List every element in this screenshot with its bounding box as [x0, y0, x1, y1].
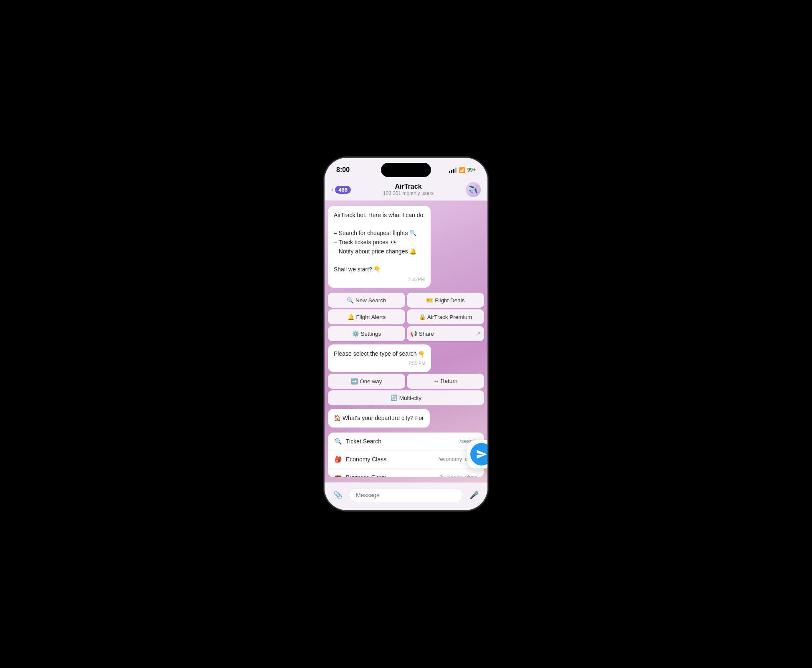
chat-title: AirTrack: [355, 183, 462, 190]
dynamic-island: [381, 163, 431, 177]
bottom-bar: 📎 🎤: [325, 482, 487, 507]
new-search-button[interactable]: 🔍 New Search: [328, 293, 405, 308]
suggestion-label-1: Ticket Search: [346, 438, 381, 445]
suggestion-emoji-3: 💼: [335, 474, 342, 477]
airtrack-premium-button[interactable]: 🔒 AirTrack Premium: [407, 309, 484, 324]
suggestion-ticket-search[interactable]: 🔍 Ticket Search /search: [328, 433, 484, 450]
chat-header-info: AirTrack 103,201 monthly users: [355, 183, 462, 196]
status-time: 8:00: [336, 166, 350, 174]
wifi-icon: 📶: [459, 167, 465, 173]
search-type-section: Please select the type of search 👇 7:55 …: [328, 344, 484, 405]
intro-message-text: AirTrack bot. Here is what I can do: – S…: [334, 211, 425, 274]
share-arrow-icon: ↗: [476, 330, 481, 337]
chat-area: AirTrack bot. Here is what I can do: – S…: [325, 201, 487, 482]
chat-subtitle: 103,201 monthly users: [355, 190, 462, 196]
intro-message-bubble: AirTrack bot. Here is what I can do: – S…: [328, 206, 431, 288]
suggestion-left-1: 🔍 Ticket Search: [335, 438, 381, 445]
telegram-icon: [476, 448, 487, 460]
telegram-fab-inner: [470, 443, 487, 466]
search-type-bubble: Please select the type of search 👇 7:55 …: [328, 344, 431, 372]
flight-deals-button[interactable]: 🎫 Flight Deals: [407, 293, 484, 308]
main-keyboard: 🔍 New Search 🎫 Flight Deals 🔔 Flight Ale…: [328, 293, 484, 341]
search-type-keyboard: ➡️ One way ↔️ Return: [328, 374, 484, 389]
search-type-time: 7:55 PM: [334, 360, 425, 367]
multi-city-row: 🔄 Multi-city: [328, 390, 484, 405]
back-badge: 486: [335, 186, 351, 194]
mic-button[interactable]: 🎤: [467, 488, 481, 502]
battery-indicator: 99+: [467, 167, 476, 173]
departure-text: 🏠 What's your departure city? For: [334, 415, 424, 421]
message-input[interactable]: [349, 488, 463, 502]
search-type-text: Please select the type of search 👇: [334, 349, 425, 358]
return-button[interactable]: ↔️ Return: [407, 374, 484, 389]
signal-bars: [449, 167, 457, 173]
suggestion-business[interactable]: 💼 Business Class /business_class: [328, 468, 484, 477]
intro-message-time: 7:55 PM: [334, 276, 425, 283]
departure-bubble: 🏠 What's your departure city? For: [328, 409, 430, 428]
bar3: [453, 169, 454, 173]
suggestion-economy[interactable]: 🎒 Economy Class /economy_class: [328, 450, 484, 468]
back-chevron: ‹: [331, 186, 333, 193]
suggestion-emoji-2: 🎒: [335, 456, 342, 463]
settings-button[interactable]: ⚙️ Settings: [328, 326, 405, 341]
bar2: [451, 170, 452, 173]
bar4: [455, 167, 457, 173]
suggestion-emoji-1: 🔍: [335, 438, 342, 445]
suggestion-left-2: 🎒 Economy Class: [335, 456, 386, 463]
suggestion-label-2: Economy Class: [346, 456, 386, 463]
chat-avatar[interactable]: ✈️: [466, 182, 481, 197]
suggestion-menu: 🔍 Ticket Search /search 🎒 Economy Class …: [328, 433, 484, 477]
multi-city-button[interactable]: 🔄 Multi-city: [328, 390, 484, 405]
suggestion-cmd-3: /business_class: [439, 474, 477, 477]
telegram-fab[interactable]: [467, 440, 487, 468]
suggestion-label-3: Business Class: [346, 474, 386, 477]
flight-alerts-button[interactable]: 🔔 Flight Alerts: [328, 309, 405, 324]
suggestion-left-3: 💼 Business Class: [335, 474, 386, 477]
phone-shell: 8:00 📶 99+ ‹ 486 AirTrack 103,201 monthl…: [325, 158, 487, 510]
back-button[interactable]: ‹ 486: [331, 186, 351, 194]
bar1: [449, 171, 450, 173]
attachment-button[interactable]: 📎: [331, 488, 345, 502]
share-button[interactable]: 📢 Share ↗: [407, 326, 484, 341]
chat-header: ‹ 486 AirTrack 103,201 monthly users ✈️: [325, 179, 487, 201]
status-icons: 📶 99+: [449, 167, 476, 173]
one-way-button[interactable]: ➡️ One way: [328, 374, 405, 389]
